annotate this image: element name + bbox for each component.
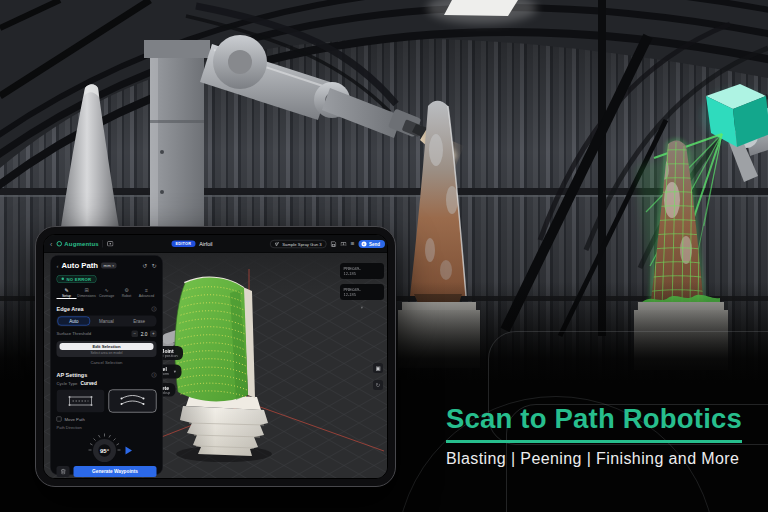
- spray-gun-label: Sample Spray Gun 3: [282, 241, 321, 246]
- info-card[interactable]: PRE049- 12-185: [340, 284, 384, 300]
- angle-value: 95°: [100, 447, 110, 453]
- panel-title: Auto Path: [62, 261, 99, 270]
- ap-settings-heading: AP Settings: [57, 372, 88, 378]
- status-label: NO ERROR: [67, 276, 92, 281]
- move-path-label: Move Path: [65, 416, 85, 421]
- tab-label: Advanced: [137, 293, 157, 297]
- headline: Scan to Path Robotics: [446, 403, 742, 435]
- info-card[interactable]: PRE049- 12-185: [340, 263, 384, 279]
- divider: [103, 240, 104, 248]
- chevron-down-icon: ▾: [112, 264, 114, 268]
- edge-area-heading: Edge Area: [57, 306, 84, 312]
- tablet-screen: ‹ Augmentus EDITOR Airfoil Sa: [43, 234, 388, 479]
- chevron-down-icon: ▾: [174, 369, 176, 374]
- path-direction-label: Path Direction: [57, 425, 157, 430]
- info-card-line: 12-185: [344, 293, 381, 298]
- threshold-value[interactable]: 2.0: [140, 331, 148, 337]
- redo-icon[interactable]: ↻: [151, 262, 156, 269]
- info-icon[interactable]: i: [152, 306, 157, 311]
- edit-selection-block: Edit Selection Select area on model: [57, 341, 157, 357]
- info-card-line: PRE049-: [344, 287, 381, 292]
- panel-back-icon[interactable]: ‹: [57, 262, 59, 269]
- mode-badge: EDITOR: [171, 241, 195, 248]
- tab-advanced[interactable]: ≡ Advanced: [137, 287, 157, 299]
- brand-name: Augmentus: [64, 240, 98, 247]
- cycle-type-value: Curved: [80, 380, 96, 386]
- tab-label: Coverage: [97, 293, 117, 297]
- panel-tabs: ✎ Setup ⊞ Dimensions ∿ Coverage ⚙: [57, 287, 157, 299]
- sliders-icon: ≡: [137, 287, 157, 293]
- headline-block: Scan to Path Robotics Blasting | Peening…: [446, 403, 742, 468]
- plus-button[interactable]: +: [150, 330, 157, 337]
- back-icon[interactable]: ‹: [50, 240, 52, 247]
- info-icon[interactable]: i: [152, 372, 157, 377]
- project-name: Airfoil: [199, 241, 212, 247]
- send-arrow-icon: ▸: [361, 241, 366, 246]
- tab-robot[interactable]: ⚙ Robot: [117, 287, 137, 299]
- spray-gun-selector[interactable]: Sample Spray Gun 3: [270, 240, 326, 248]
- robot-cell-icon[interactable]: [341, 241, 347, 247]
- status-dot-icon: [62, 278, 65, 281]
- view-cube-icon[interactable]: ▣: [373, 363, 383, 373]
- app-topbar: ‹ Augmentus EDITOR Airfoil Sa: [44, 235, 388, 253]
- generate-waypoints-button[interactable]: Generate Waypoints: [74, 466, 157, 477]
- minus-button[interactable]: −: [132, 330, 139, 337]
- gear-icon: ⚙: [117, 287, 137, 293]
- orbit-icon[interactable]: ↻: [373, 380, 383, 390]
- pencil-icon: ✎: [57, 287, 77, 293]
- subheadline: Blasting | Peening | Finishing and More: [446, 450, 742, 468]
- marketing-banner: Scan to Path Robotics Blasting | Peening…: [0, 0, 768, 512]
- units-dropdown[interactable]: mm ▾: [101, 263, 116, 269]
- cycle-type-label: Cycle Type: [57, 381, 78, 386]
- edge-mode-segmented: Auto Manual Erase: [57, 315, 157, 326]
- play-icon[interactable]: [126, 446, 133, 454]
- edit-selection-caption: Select area on model: [60, 351, 154, 355]
- coverage-icon: ∿: [97, 287, 117, 293]
- auto-path-panel: ‹ Auto Path mm ▾ ↺ ↻: [50, 255, 163, 475]
- cancel-selection-button[interactable]: Cancel Selection: [57, 360, 157, 365]
- blade-model[interactable]: [175, 276, 255, 401]
- viewport-tools: ▣ ↻: [373, 363, 383, 390]
- info-card-line: 12-185: [344, 272, 381, 277]
- chevron-down-icon[interactable]: ▾: [340, 305, 384, 310]
- mode-erase[interactable]: Erase: [123, 316, 156, 325]
- save-icon[interactable]: [331, 241, 337, 247]
- mode-manual[interactable]: Manual: [90, 316, 123, 325]
- status-badge: NO ERROR: [57, 275, 97, 283]
- dimensions-icon: ⊞: [77, 287, 97, 293]
- send-label: Send: [369, 241, 380, 246]
- curved-path-option[interactable]: [109, 389, 157, 412]
- tab-dimensions[interactable]: ⊞ Dimensions: [77, 287, 97, 299]
- tab-label: Robot: [117, 293, 137, 297]
- menu-icon[interactable]: ≡: [351, 241, 355, 248]
- path-direction-dial[interactable]: 95°: [57, 430, 157, 466]
- info-cards: PRE049- 12-185 PRE049- 12-185 ▾: [340, 263, 384, 310]
- mode-auto[interactable]: Auto: [58, 316, 91, 325]
- brand-mark-icon: [56, 241, 62, 247]
- tab-label: Dimensions: [77, 293, 97, 297]
- brand-logo: Augmentus: [56, 240, 98, 247]
- headline-underline: [446, 440, 742, 443]
- move-path-checkbox[interactable]: [57, 416, 62, 421]
- undo-icon[interactable]: ↺: [142, 262, 147, 269]
- threshold-label: Surface Threshold: [57, 331, 130, 336]
- info-card-line: PRE049-: [344, 266, 381, 271]
- units-value: mm: [104, 263, 111, 268]
- discard-button[interactable]: [57, 466, 70, 477]
- tablet-device: ‹ Augmentus EDITOR Airfoil Sa: [35, 226, 396, 487]
- flat-path-option[interactable]: [57, 389, 105, 412]
- tab-coverage[interactable]: ∿ Coverage: [97, 287, 117, 299]
- edit-selection-button[interactable]: Edit Selection: [60, 343, 154, 350]
- tab-setup[interactable]: ✎ Setup: [57, 287, 77, 299]
- send-button[interactable]: ▸ Send: [358, 240, 385, 248]
- workspace-icon[interactable]: [107, 241, 114, 247]
- tab-label: Setup: [57, 293, 77, 297]
